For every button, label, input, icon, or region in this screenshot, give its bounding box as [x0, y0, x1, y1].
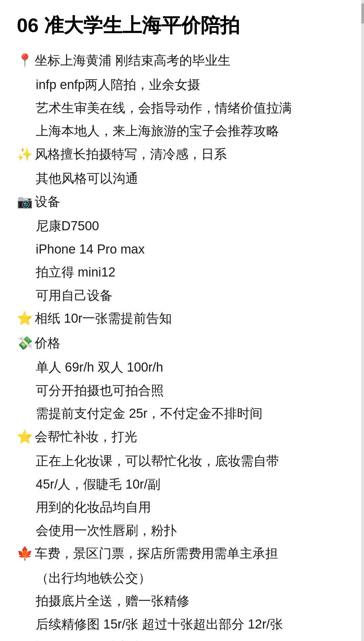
indent-line: infp enfp两人陪拍，业余女摄: [17, 74, 347, 96]
indent-line: 拍摄底片全送，赠一张精修: [17, 590, 347, 612]
section-emoji: 🍁: [17, 542, 33, 565]
indent-line: 会使用一次性唇刷，粉扑: [17, 519, 347, 542]
section-emoji: 📷: [17, 191, 33, 213]
section-emoji: 💸: [17, 332, 33, 354]
indent-line: 可用自己设备: [17, 284, 347, 307]
indent-line: 尼康D7500: [17, 215, 347, 237]
content-body: 📍坐标上海黄浦 刚结束高考的毕业生infp enfp两人陪拍，业余女摄艺术生审美…: [17, 49, 347, 641]
section-text: 风格擅长拍摄特写，清冷感，日系: [35, 143, 347, 166]
indent-line: iPhone 14 Pro max: [17, 238, 347, 261]
indent-line: 其他风格可以沟通: [17, 167, 347, 190]
section-emoji-line: 💸价格: [17, 332, 347, 354]
indent-line: 艺术生审美在线，会指导动作，情绪价值拉满: [17, 97, 347, 119]
section-emoji: ⭐: [17, 307, 33, 330]
section-emoji-line: ✨风格擅长拍摄特写，清冷感，日系: [17, 143, 347, 166]
indent-line: 正在上化妆课，可以帮忙化妆，底妆需自带: [17, 450, 347, 472]
scrollbar-thumb[interactable]: [361, 3, 364, 24]
section-emoji: ✨: [17, 143, 33, 166]
section-text: 价格: [35, 332, 347, 354]
section-emoji: ⭐: [17, 426, 33, 448]
scrollbar[interactable]: [361, 0, 364, 641]
indent-line: 迟到 15min 以上从第 15 分钟算起: [17, 636, 347, 641]
section-text: 车费，景区门票，探店所需费用需单主承担: [35, 542, 347, 565]
indent-line: 可分开拍摄也可拍合照: [17, 379, 347, 402]
indent-line: 后续精修图 15r/张 超过十张超出部分 12r/张: [17, 613, 347, 636]
section-text: 坐标上海黄浦 刚结束高考的毕业生: [35, 49, 347, 72]
page-title: 06 准大学生上海平价陪拍: [17, 13, 347, 37]
section-text: 相纸 10r一张需提前告知: [35, 307, 347, 330]
indent-line: 单人 69r/h 双人 100r/h: [17, 356, 347, 379]
indent-line: 拍立得 mini12: [17, 261, 347, 284]
indent-line: 用到的化妆品均自用: [17, 496, 347, 519]
indent-line: 45r/人，假睫毛 10r/副: [17, 473, 347, 496]
indent-line: 需提前支付定金 25r，不付定金不排时间: [17, 402, 347, 425]
section-emoji-line: 📷设备: [17, 191, 347, 213]
section-emoji-line: ⭐相纸 10r一张需提前告知: [17, 307, 347, 330]
section-text: 会帮忙补妆，打光: [35, 426, 347, 448]
section-text: 设备: [35, 191, 347, 213]
section-emoji: 📍: [17, 49, 33, 72]
section-emoji-line: 🍁车费，景区门票，探店所需费用需单主承担: [17, 542, 347, 565]
indent-line: 上海本地人，来上海旅游的宝子会推荐攻略: [17, 120, 347, 142]
section-emoji-line: 📍坐标上海黄浦 刚结束高考的毕业生: [17, 49, 347, 72]
indent-line: （出行均地铁公交）: [17, 567, 347, 589]
section-emoji-line: ⭐会帮忙补妆，打光: [17, 426, 347, 448]
